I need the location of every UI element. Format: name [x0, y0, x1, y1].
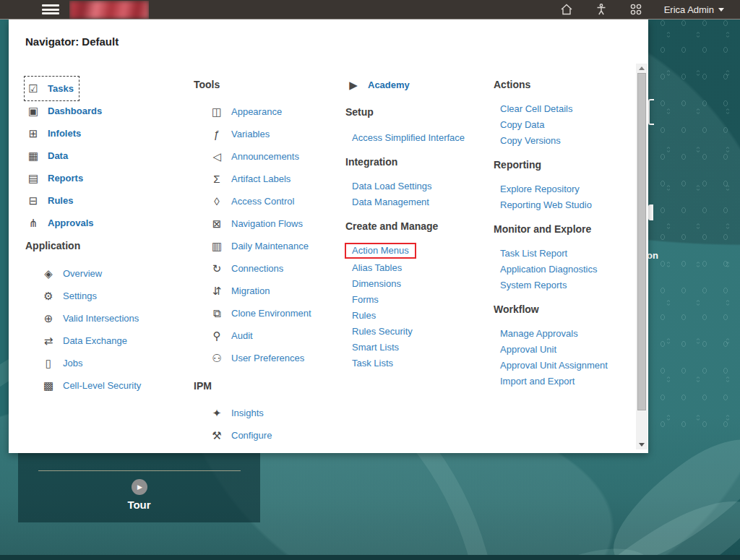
- menu-item[interactable]: ◈ Overview: [25, 262, 106, 285]
- menu-item-label: Overview: [63, 268, 102, 279]
- menu-item[interactable]: ⚙ Settings: [25, 285, 101, 307]
- menu-item-label: Data: [48, 150, 68, 161]
- panel-scrollbar[interactable]: [636, 64, 648, 449]
- data-icon: ▦: [27, 150, 40, 161]
- menu-item[interactable]: ▩ Cell-Level Security: [25, 374, 145, 397]
- menu-link-label: Reporting Web Studio: [500, 199, 592, 210]
- user-menu[interactable]: Erica Admin: [664, 4, 724, 15]
- menu-link[interactable]: Smart Lists: [345, 339, 491, 355]
- menu-item[interactable]: ⋔ Approvals: [25, 212, 98, 234]
- tools-list: ◫ Appearance ƒ Variables ◁ Announcements…: [194, 100, 340, 369]
- menu-link[interactable]: Explore Repository: [494, 181, 638, 197]
- menu-link[interactable]: Data Load Settings: [345, 178, 491, 194]
- scrollbar-thumb[interactable]: [637, 73, 646, 410]
- tour-label: Tour: [18, 499, 260, 511]
- clone-environment-icon: ⧉: [210, 308, 223, 319]
- menu-item[interactable]: ⚒ Configure: [194, 424, 276, 447]
- menu-item-label: Reports: [48, 173, 83, 184]
- dashboards-icon: ▣: [27, 105, 40, 116]
- menu-link[interactable]: System Reports: [494, 277, 638, 293]
- menu-link[interactable]: Task Lists: [345, 355, 491, 371]
- menu-link[interactable]: Reporting Web Studio: [494, 197, 638, 212]
- menu-link[interactable]: Approval Unit Assignment: [494, 357, 638, 373]
- panel-title: Navigator: Default: [25, 35, 119, 48]
- menu-item[interactable]: ⊞ Infolets: [25, 122, 85, 145]
- menu-item[interactable]: ⚲ Audit: [194, 324, 257, 347]
- menu-link-label: Approval Unit: [500, 344, 556, 355]
- settings-icon: ⚙: [42, 290, 55, 301]
- menu-item[interactable]: ⇵ Migration: [194, 280, 274, 302]
- menu-item[interactable]: ◁ Announcements: [194, 145, 304, 168]
- menu-link[interactable]: Action Menus: [345, 242, 491, 259]
- section-header-application: Application: [25, 238, 183, 253]
- menu-item[interactable]: ▤ Reports: [25, 167, 87, 189]
- menu-link[interactable]: Dimensions: [345, 275, 491, 291]
- menu-item[interactable]: ▶ Academy: [345, 77, 414, 92]
- menu-item[interactable]: ▦ Data: [25, 145, 72, 167]
- menu-link[interactable]: Approval Unit: [494, 341, 638, 357]
- menu-item[interactable]: ✦ Insights: [194, 402, 268, 424]
- scrollbar-down-arrow[interactable]: [639, 443, 645, 447]
- menu-link-label: Rules Security: [352, 326, 413, 337]
- menu-item[interactable]: ↻ Connections: [194, 257, 288, 280]
- menu-link-label: Manage Approvals: [500, 328, 578, 339]
- menu-hamburger-icon[interactable]: [42, 4, 59, 14]
- setup-links: Access Simplified Interface: [345, 129, 491, 145]
- menu-item-label: Access Control: [231, 196, 294, 207]
- menu-item-label: Navigation Flows: [231, 218, 303, 229]
- menu-link[interactable]: Alias Tables: [345, 259, 491, 275]
- accessibility-icon[interactable]: [595, 3, 608, 16]
- menu-item[interactable]: ▥ Daily Maintenance: [194, 235, 313, 257]
- menu-item[interactable]: ◫ Appearance: [194, 100, 286, 123]
- section-header-monitor-and-explore: Monitor and Explore: [494, 222, 638, 236]
- menu-item-label: Variables: [231, 129, 270, 139]
- home-icon[interactable]: [560, 3, 573, 16]
- menu-item[interactable]: ⧉ Clone Environment: [194, 302, 316, 324]
- menu-link[interactable]: Clear Cell Details: [494, 100, 638, 116]
- menu-item-label: Infolets: [48, 128, 81, 139]
- menu-link-label: Import and Export: [500, 376, 575, 387]
- section-header-integration: Integration: [345, 155, 491, 169]
- menu-item[interactable]: ▣ Dashboards: [25, 100, 106, 122]
- menu-link[interactable]: Data Management: [345, 194, 491, 210]
- menu-item[interactable]: ◊ Access Control: [194, 190, 298, 212]
- menu-link[interactable]: Access Simplified Interface: [345, 129, 491, 145]
- menu-item[interactable]: ☑ Tasks: [25, 77, 78, 100]
- menu-item[interactable]: ⇄ Data Exchange: [25, 329, 132, 352]
- menu-item-label: Appearance: [231, 106, 282, 117]
- menu-link[interactable]: Application Diagnostics: [494, 261, 638, 277]
- menu-item[interactable]: Σ Artifact Labels: [194, 168, 295, 190]
- scrollbar-up-arrow[interactable]: [639, 66, 645, 70]
- menu-link-label: Rules: [352, 310, 376, 321]
- navigator-grid-icon[interactable]: [629, 3, 642, 16]
- menu-item[interactable]: ▯ Jobs: [25, 352, 87, 374]
- background-card-fragment: [648, 204, 653, 220]
- menu-link[interactable]: Copy Data: [494, 116, 638, 132]
- menu-item[interactable]: ⚇ User Preferences: [194, 347, 309, 369]
- menu-link-label: Action Menus: [345, 243, 416, 259]
- menu-link-label: Task List Report: [500, 248, 567, 259]
- menu-link-label: Clear Cell Details: [500, 103, 572, 114]
- menu-item-label: Tasks: [48, 83, 74, 94]
- navigator-panel: Navigator: Default ☑ Tasks ▣ Dashboards …: [9, 20, 648, 453]
- tour-card[interactable]: ▶ Tour: [18, 446, 260, 522]
- connections-icon: ↻: [210, 263, 223, 274]
- menu-item[interactable]: ƒ Variables: [194, 123, 274, 145]
- tasks-icon: ☑: [27, 83, 40, 94]
- menu-link[interactable]: Rules: [345, 307, 491, 323]
- integration-links: Data Load Settings Data Management: [345, 178, 491, 210]
- menu-item[interactable]: ⊕ Valid Intersections: [25, 307, 143, 329]
- menu-link[interactable]: Manage Approvals: [494, 325, 638, 341]
- menu-link-label: Dimensions: [352, 278, 401, 289]
- menu-link-label: Explore Repository: [500, 184, 580, 194]
- top-header: Erica Admin: [0, 0, 740, 20]
- menu-link[interactable]: Copy Versions: [494, 132, 638, 148]
- tour-play-button[interactable]: ▶: [132, 479, 147, 495]
- menu-link[interactable]: Forms: [345, 291, 491, 307]
- menu-link[interactable]: Task List Report: [494, 245, 638, 261]
- application-list: ◈ Overview ⚙ Settings ⊕ Valid Intersecti…: [25, 262, 183, 397]
- menu-link[interactable]: Import and Export: [494, 373, 638, 389]
- menu-link[interactable]: Rules Security: [345, 323, 491, 339]
- menu-item[interactable]: ⊠ Navigation Flows: [194, 212, 307, 235]
- menu-item[interactable]: ⊟ Rules: [25, 189, 77, 212]
